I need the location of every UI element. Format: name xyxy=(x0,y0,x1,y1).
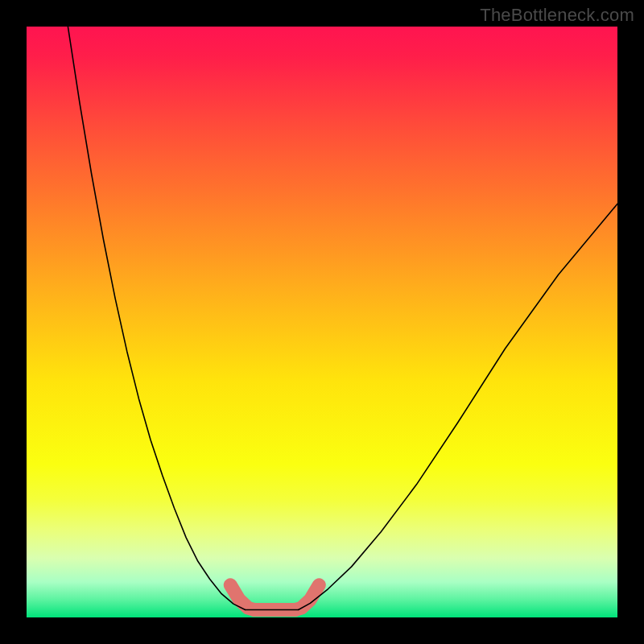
gradient-background xyxy=(27,27,617,617)
chart-frame: TheBottleneck.com xyxy=(0,0,644,644)
plot-svg xyxy=(27,27,617,617)
plot-area xyxy=(27,27,617,617)
watermark-label: TheBottleneck.com xyxy=(480,5,634,26)
